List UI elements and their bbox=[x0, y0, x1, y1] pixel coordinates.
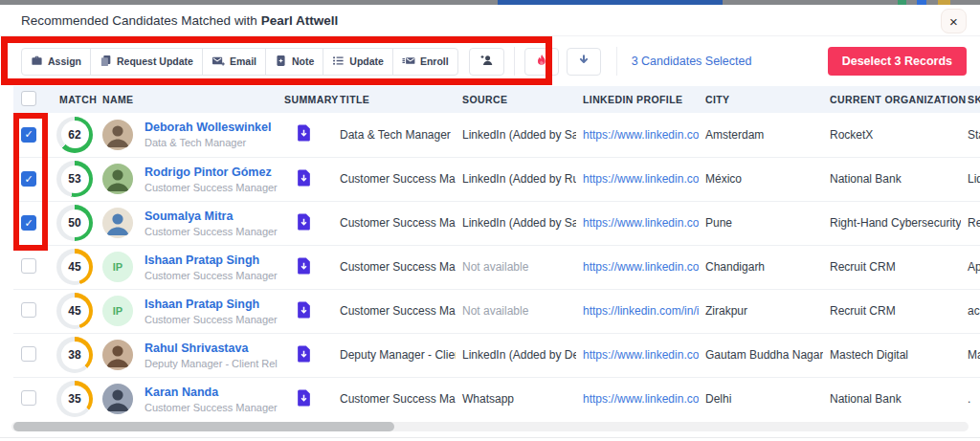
candidate-skills: Lide bbox=[961, 157, 980, 201]
candidate-subtitle: Customer Success Manager bbox=[145, 182, 278, 193]
candidates-table: ✓ MATCH NAME SUMMARY TITLE SOURCE LINKED… bbox=[13, 86, 980, 421]
header-match: MATCH bbox=[53, 86, 96, 113]
candidate-subtitle: Customer Success Manager bbox=[145, 270, 278, 281]
candidate-source: LinkedIn (Added by Sanj... bbox=[456, 201, 576, 245]
note-button[interactable]: Note bbox=[265, 48, 323, 76]
enroll-mail-icon bbox=[402, 55, 415, 69]
update-button[interactable]: Update bbox=[323, 48, 393, 76]
summary-download-button[interactable] bbox=[297, 213, 311, 231]
candidate-skills: Sta bbox=[961, 113, 980, 157]
summary-document-icon bbox=[297, 124, 311, 142]
avatar-initials: IP bbox=[113, 261, 122, 273]
download-icon bbox=[577, 54, 590, 69]
avatar bbox=[102, 340, 133, 370]
table-row: ✓ 35 Karan Nanda Customer Success Manage… bbox=[13, 377, 980, 421]
close-button[interactable]: × bbox=[941, 9, 967, 33]
summary-download-button[interactable] bbox=[297, 345, 311, 363]
summary-download-button[interactable] bbox=[297, 169, 311, 187]
modal-title: Recommended Candidates Matched with Pear… bbox=[21, 13, 338, 28]
request-update-button[interactable]: Request Update bbox=[90, 48, 203, 76]
summary-document-icon bbox=[297, 213, 311, 231]
row-checkbox[interactable]: ✓ bbox=[21, 390, 36, 406]
candidate-name-link[interactable]: Ishaan Pratap Singh bbox=[145, 254, 278, 267]
candidate-city: Pune bbox=[699, 201, 823, 245]
candidates-table-viewport: ✓ MATCH NAME SUMMARY TITLE SOURCE LINKED… bbox=[13, 86, 980, 421]
summary-download-button[interactable] bbox=[297, 124, 311, 142]
add-candidate-button[interactable] bbox=[469, 48, 504, 76]
candidate-title: Deputy Manager - Client ... bbox=[333, 333, 456, 377]
hotlist-button[interactable] bbox=[524, 48, 559, 76]
select-all-checkbox[interactable]: ✓ bbox=[21, 91, 36, 106]
linkedin-profile-link[interactable]: https://www.linkedin.co... bbox=[583, 128, 699, 142]
candidate-name-link[interactable]: Rodrigo Pintor Gómez bbox=[145, 165, 278, 179]
row-checkbox[interactable]: ✓ bbox=[21, 346, 36, 362]
avatar bbox=[102, 384, 133, 414]
candidate-organization: RocketX bbox=[823, 113, 961, 157]
summary-download-button[interactable] bbox=[297, 301, 311, 319]
candidate-skills: App bbox=[961, 245, 980, 289]
row-checkbox[interactable]: ✓ bbox=[21, 258, 36, 274]
candidate-organization: Recruit CRM bbox=[823, 289, 961, 333]
person-photo-icon bbox=[102, 120, 133, 150]
modal-title-prefix: Recommended Candidates Matched with bbox=[21, 13, 257, 28]
email-button[interactable]: Email bbox=[202, 48, 266, 76]
copy-icon bbox=[100, 55, 112, 69]
row-checkbox[interactable]: ✓ bbox=[21, 302, 36, 318]
row-checkbox[interactable]: ✓ bbox=[21, 171, 36, 187]
candidate-source: Whatsapp bbox=[456, 377, 576, 421]
candidate-source: LinkedIn (Added by Dee... bbox=[456, 333, 576, 377]
email-plus-icon bbox=[212, 55, 225, 69]
linkedin-profile-link[interactable]: https://www.linkedin.co... bbox=[583, 216, 699, 230]
linkedin-profile-link[interactable]: https://www.linkedin.co... bbox=[583, 172, 699, 186]
match-score: 45 bbox=[61, 298, 89, 325]
header-city: CITY bbox=[699, 86, 823, 113]
linkedin-profile-link[interactable]: https://linkedin.com/in/i... bbox=[583, 304, 699, 318]
linkedin-profile-link[interactable]: https://www.linkedin.co... bbox=[583, 392, 699, 406]
summary-download-button[interactable] bbox=[297, 257, 311, 275]
avatar bbox=[102, 208, 133, 238]
linkedin-profile-link[interactable]: https://www.linkedin.co... bbox=[583, 260, 699, 274]
candidate-source: Not available bbox=[456, 245, 576, 289]
candidate-source: LinkedIn (Added by Rutv... bbox=[456, 157, 576, 201]
summary-download-button[interactable] bbox=[297, 389, 311, 407]
match-score: 38 bbox=[61, 342, 89, 369]
horizontal-scrollbar-track[interactable] bbox=[11, 422, 969, 431]
summary-document-icon bbox=[297, 345, 311, 363]
table-row: ✓ 45 IP Ishaan Pratap Singh Customer Suc… bbox=[13, 245, 980, 289]
toolbar-divider bbox=[514, 47, 515, 76]
candidate-name-link[interactable]: Rahul Shrivastava bbox=[145, 342, 278, 355]
linkedin-profile-link[interactable]: https://www.linkedin.co... bbox=[583, 348, 699, 362]
candidate-name-link[interactable]: Soumalya Mitra bbox=[145, 209, 278, 223]
row-checkbox[interactable]: ✓ bbox=[21, 127, 36, 143]
export-download-button[interactable] bbox=[567, 48, 601, 76]
candidate-skills: Mar bbox=[961, 333, 980, 377]
assign-button[interactable]: Assign bbox=[21, 48, 91, 76]
modal-header: Recommended Candidates Matched with Pear… bbox=[0, 5, 980, 36]
table-row: ✓ 62 Deborah Wolleswinkel Data & Tech Ma… bbox=[13, 113, 980, 157]
candidate-name-link[interactable]: Karan Nanda bbox=[145, 386, 278, 399]
request-update-label: Request Update bbox=[117, 55, 193, 67]
candidate-skills: Rec bbox=[961, 201, 980, 245]
avatar-initials: IP bbox=[113, 305, 122, 317]
person-photo-icon bbox=[102, 384, 133, 414]
deselect-records-button[interactable]: Deselect 3 Records bbox=[828, 47, 967, 76]
close-icon: × bbox=[949, 13, 958, 30]
note-label: Note bbox=[292, 55, 314, 67]
header-title: TITLE bbox=[333, 86, 456, 113]
candidate-organization: National Bank bbox=[823, 377, 961, 421]
enroll-button[interactable]: Enroll bbox=[392, 48, 458, 76]
match-score: 35 bbox=[61, 386, 89, 413]
row-checkbox[interactable]: ✓ bbox=[21, 215, 36, 231]
horizontal-scrollbar-thumb[interactable] bbox=[13, 422, 394, 431]
summary-document-icon bbox=[297, 389, 311, 407]
table-row: ✓ 45 IP Ishaan Pratap Singh Customer Suc… bbox=[13, 289, 980, 333]
note-plus-icon bbox=[275, 55, 287, 69]
candidate-name-link[interactable]: Ishaan Pratap Singh bbox=[145, 298, 278, 311]
match-score: 62 bbox=[61, 121, 89, 148]
email-label: Email bbox=[230, 55, 256, 67]
candidate-organization: Mastech Digital bbox=[823, 333, 961, 377]
candidate-name-link[interactable]: Deborah Wolleswinkel bbox=[145, 121, 271, 134]
candidate-subtitle: Customer Success Manager bbox=[145, 402, 278, 413]
candidate-city: Delhi bbox=[699, 377, 823, 421]
table-header-row: ✓ MATCH NAME SUMMARY TITLE SOURCE LINKED… bbox=[13, 86, 980, 113]
